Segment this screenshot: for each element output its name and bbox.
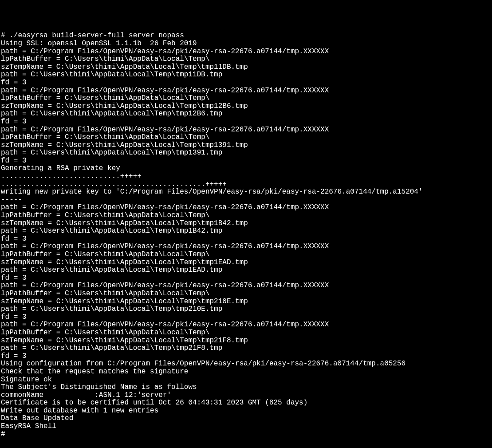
terminal-line: # ./easyrsa build-server-full server nop… xyxy=(1,32,491,40)
terminal-line: fd = 3 xyxy=(1,353,491,361)
terminal-line: path = C:/Program Files/OpenVPN/easy-rsa… xyxy=(1,126,491,134)
terminal-line: szTempName = C:\Users\thimi\AppData\Loca… xyxy=(1,103,491,111)
terminal-line: ........................................… xyxy=(1,181,491,189)
terminal-line: lpPathBuffer = C:\Users\thimi\AppData\Lo… xyxy=(1,56,491,63)
terminal-line: szTempName = C:\Users\thimi\AppData\Loca… xyxy=(1,220,491,228)
terminal-line: lpPathBuffer = C:\Users\thimi\AppData\Lo… xyxy=(1,134,491,142)
terminal-line: path = C:\Users\thimi\AppData\Local\Temp… xyxy=(1,71,491,79)
terminal-line: Using SSL: openssl OpenSSL 1.1.1b 26 Feb… xyxy=(1,40,491,48)
terminal-line: fd = 3 xyxy=(1,274,491,282)
terminal-line: path = C:/Program Files/OpenVPN/easy-rsa… xyxy=(1,87,491,95)
terminal-line: The Subject's Distinguished Name is as f… xyxy=(1,384,491,392)
terminal-line: path = C:/Program Files/OpenVPN/easy-rsa… xyxy=(1,321,491,329)
terminal-line: szTempName = C:\Users\thimi\AppData\Loca… xyxy=(1,142,491,150)
terminal-line: fd = 3 xyxy=(1,313,491,321)
terminal-line: lpPathBuffer = C:\Users\thimi\AppData\Lo… xyxy=(1,329,491,337)
terminal-line: fd = 3 xyxy=(1,79,491,87)
terminal-line: lpPathBuffer = C:\Users\thimi\AppData\Lo… xyxy=(1,95,491,103)
terminal-line: Using configuration from C:/Program File… xyxy=(1,360,491,368)
terminal-line: szTempName = C:\Users\thimi\AppData\Loca… xyxy=(1,298,491,306)
terminal-line: Generating a RSA private key xyxy=(1,165,491,173)
terminal-line: writing new private key to 'C:/Program F… xyxy=(1,188,491,196)
terminal-line: szTempName = C:\Users\thimi\AppData\Loca… xyxy=(1,337,491,345)
terminal-line: lpPathBuffer = C:\Users\thimi\AppData\Lo… xyxy=(1,212,491,220)
terminal-line: Check that the request matches the signa… xyxy=(1,368,491,376)
terminal-line: Signature ok xyxy=(1,376,491,384)
terminal-line: Data Base Updated xyxy=(1,415,491,423)
terminal-line: path = C:/Program Files/OpenVPN/easy-rsa… xyxy=(1,204,491,212)
terminal-line: fd = 3 xyxy=(1,235,491,243)
terminal-line: ............................+++++ xyxy=(1,173,491,181)
terminal-line: path = C:\Users\thimi\AppData\Local\Temp… xyxy=(1,345,491,353)
terminal-line: path = C:\Users\thimi\AppData\Local\Temp… xyxy=(1,110,491,118)
terminal-line: lpPathBuffer = C:\Users\thimi\AppData\Lo… xyxy=(1,290,491,298)
terminal-line: path = C:\Users\thimi\AppData\Local\Temp… xyxy=(1,149,491,157)
terminal-line: path = C:\Users\thimi\AppData\Local\Temp… xyxy=(1,227,491,235)
terminal-line: EasyRSA Shell xyxy=(1,423,491,431)
terminal-output[interactable]: # ./easyrsa build-server-full server nop… xyxy=(1,32,491,438)
terminal-line: Write out database with 1 new entries xyxy=(1,407,491,415)
terminal-line: path = C:\Users\thimi\AppData\Local\Temp… xyxy=(1,266,491,274)
terminal-line: path = C:\Users\thimi\AppData\Local\Temp… xyxy=(1,305,491,313)
terminal-line: szTempName = C:\Users\thimi\AppData\Loca… xyxy=(1,63,491,71)
terminal-line: # xyxy=(1,431,491,439)
terminal-line: path = C:/Program Files/OpenVPN/easy-rsa… xyxy=(1,282,491,290)
terminal-line: szTempName = C:\Users\thimi\AppData\Loca… xyxy=(1,259,491,267)
terminal-line: commonName :ASN.1 12:'server' xyxy=(1,392,491,400)
terminal-line: ----- xyxy=(1,196,491,204)
terminal-line: Certificate is to be certified until Oct… xyxy=(1,399,491,407)
terminal-line: fd = 3 xyxy=(1,118,491,126)
terminal-line: path = C:/Program Files/OpenVPN/easy-rsa… xyxy=(1,243,491,251)
terminal-line: path = C:/Program Files/OpenVPN/easy-rsa… xyxy=(1,48,491,56)
terminal-line: lpPathBuffer = C:\Users\thimi\AppData\Lo… xyxy=(1,251,491,259)
terminal-line: fd = 3 xyxy=(1,157,491,165)
